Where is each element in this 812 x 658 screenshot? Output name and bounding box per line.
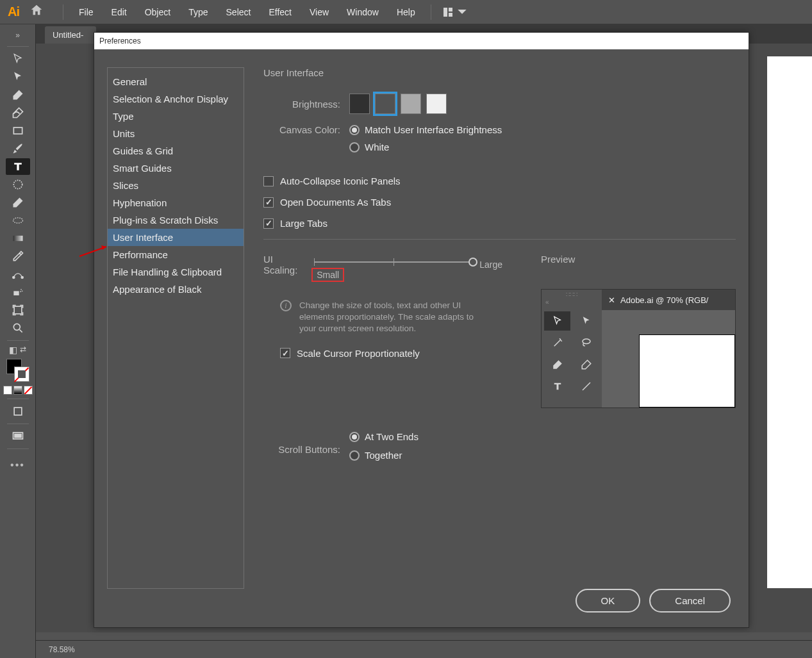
gradient-mode-icon[interactable] <box>13 386 22 395</box>
none-mode-icon[interactable] <box>24 386 33 395</box>
canvas-white-radio[interactable] <box>349 142 360 152</box>
default-fill-stroke-icon[interactable]: ◧ <box>9 345 17 355</box>
menu-file[interactable]: File <box>72 4 100 20</box>
eraser-tool[interactable] <box>6 194 30 211</box>
brightness-dark[interactable] <box>375 94 395 114</box>
scale-cursor-checkbox[interactable] <box>280 348 290 358</box>
rotate-tool[interactable] <box>6 176 30 193</box>
toolbar-expand-icon[interactable]: » <box>15 31 20 40</box>
selection-tool[interactable] <box>6 51 30 67</box>
category-hyphenation[interactable]: Hyphenation <box>108 194 244 211</box>
category-type[interactable]: Type <box>108 108 244 125</box>
menu-help[interactable]: Help <box>390 4 422 20</box>
ok-button[interactable]: OK <box>576 589 641 613</box>
pen-tool[interactable] <box>6 86 30 103</box>
menu-bar: Ai File Edit Object Type Select Effect V… <box>0 0 812 24</box>
blend-tool[interactable] <box>6 266 30 283</box>
workspace-switcher[interactable] <box>443 7 467 17</box>
svg-point-5 <box>13 218 22 223</box>
rectangle-tool[interactable] <box>6 122 30 139</box>
preview-curve-icon <box>573 355 599 374</box>
direct-selection-tool[interactable] <box>6 69 30 85</box>
canvas-match-label: Match User Interface Brightness <box>365 124 502 135</box>
menu-edit[interactable]: Edit <box>105 4 133 20</box>
paintbrush-tool[interactable] <box>6 140 30 157</box>
curvature-tool[interactable] <box>6 104 30 121</box>
category-black[interactable]: Appearance of Black <box>108 281 244 298</box>
category-performance[interactable]: Performance <box>108 246 244 263</box>
shape-builder-tool[interactable] <box>6 212 30 229</box>
scroll-two-ends-label: At Two Ends <box>365 431 418 442</box>
scroll-two-ends-radio[interactable] <box>349 432 360 442</box>
svg-rect-1 <box>449 8 452 12</box>
screen-mode-icon[interactable] <box>6 428 30 445</box>
type-tool[interactable] <box>6 158 30 175</box>
auto-collapse-checkbox[interactable] <box>263 176 274 186</box>
zoom-tool[interactable] <box>6 320 30 336</box>
toolbar: » ◧ ⇄ ••• <box>0 24 36 658</box>
swap-fill-stroke-icon[interactable]: ⇄ <box>20 345 26 355</box>
large-tabs-checkbox[interactable] <box>263 218 274 229</box>
svg-rect-0 <box>443 8 447 17</box>
category-guides[interactable]: Guides & Grid <box>108 142 244 160</box>
home-icon[interactable] <box>29 3 44 21</box>
artboard-tool[interactable] <box>6 302 30 318</box>
ui-scaling-slider[interactable]: Small <box>314 255 473 274</box>
divider <box>431 4 431 20</box>
svg-point-4 <box>13 180 22 188</box>
document-tab[interactable]: Untitled- <box>45 26 96 44</box>
scroll-together-radio[interactable] <box>349 450 360 461</box>
svg-point-11 <box>21 291 22 292</box>
category-slices[interactable]: Slices <box>108 177 244 194</box>
category-general[interactable]: General <box>108 73 244 90</box>
svg-rect-15 <box>14 407 22 415</box>
svg-rect-9 <box>13 291 19 295</box>
draw-mode-icon[interactable] <box>6 403 30 420</box>
slider-large-label: Large <box>479 259 502 270</box>
zoom-level[interactable]: 78.58% <box>49 645 75 654</box>
brightness-light[interactable] <box>401 94 421 114</box>
menu-effect[interactable]: Effect <box>262 4 298 20</box>
category-smart-guides[interactable]: Smart Guides <box>108 160 244 177</box>
divider <box>263 239 736 240</box>
section-heading: User Interface <box>263 67 736 78</box>
svg-rect-13 <box>14 306 22 314</box>
auto-collapse-label: Auto-Collapse Iconic Panels <box>280 176 401 186</box>
category-units[interactable]: Units <box>108 125 244 142</box>
preferences-content: User Interface Brightness: Canvas Color:… <box>263 67 736 589</box>
menu-select[interactable]: Select <box>220 4 258 20</box>
symbol-sprayer-tool[interactable] <box>6 284 30 300</box>
category-user-interface[interactable]: User Interface <box>108 229 244 246</box>
brightness-lightest[interactable] <box>426 94 447 114</box>
preview-line-icon <box>573 377 599 396</box>
artboard <box>767 56 812 588</box>
open-tabs-checkbox[interactable] <box>263 197 274 208</box>
preview-type-icon <box>544 377 570 396</box>
scale-cursor-label: Scale Cursor Proportionately <box>297 348 420 359</box>
menu-type[interactable]: Type <box>182 4 214 20</box>
menu-object[interactable]: Object <box>138 4 177 20</box>
app-logo: Ai <box>8 4 19 19</box>
preferences-dialog: Preferences General Selection & Anchor D… <box>94 32 749 628</box>
eyedropper-tool[interactable] <box>6 248 30 265</box>
svg-point-14 <box>13 324 20 330</box>
category-plugins[interactable]: Plug-ins & Scratch Disks <box>108 211 244 229</box>
menu-window[interactable]: Window <box>340 4 385 20</box>
menu-view[interactable]: View <box>303 4 335 20</box>
edit-toolbar-icon[interactable]: ••• <box>10 459 25 471</box>
scroll-buttons-label: Scroll Buttons: <box>263 444 340 455</box>
large-tabs-label: Large Tabs <box>280 218 327 229</box>
preview-heading: Preview <box>541 254 736 265</box>
svg-point-18 <box>583 339 590 344</box>
status-bar: 78.58% <box>36 640 812 658</box>
color-mode-icon[interactable] <box>3 386 12 395</box>
info-icon: i <box>280 300 292 311</box>
brightness-darkest[interactable] <box>349 94 370 114</box>
canvas-white-label: White <box>365 142 389 152</box>
category-file-handling[interactable]: File Handling & Clipboard <box>108 263 244 281</box>
cancel-button[interactable]: Cancel <box>649 589 731 613</box>
fill-stroke-swatch[interactable] <box>5 358 31 383</box>
gradient-tool[interactable] <box>6 230 30 247</box>
canvas-match-radio[interactable] <box>349 125 360 135</box>
category-selection[interactable]: Selection & Anchor Display <box>108 90 244 108</box>
